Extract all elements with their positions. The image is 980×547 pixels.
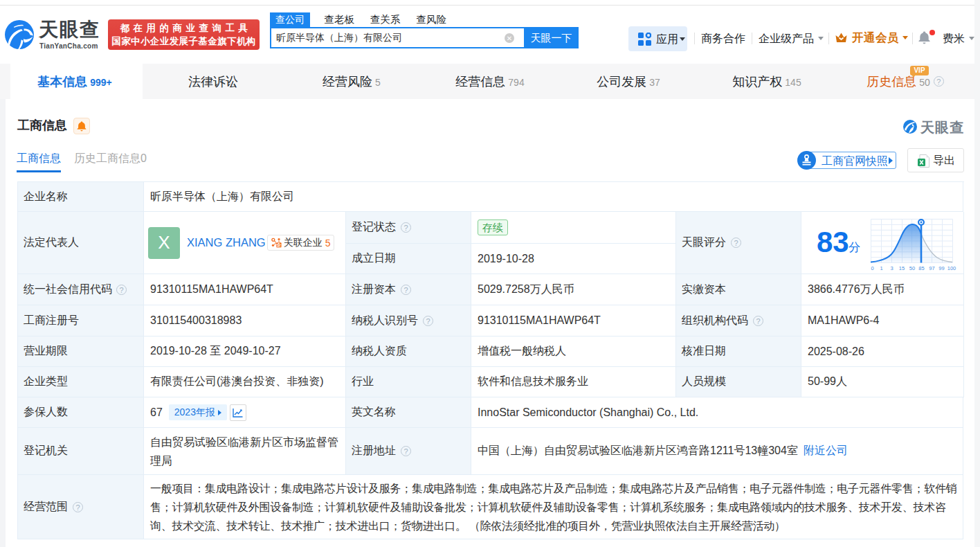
svg-text:50: 50 — [909, 265, 915, 271]
svg-text:85: 85 — [918, 265, 924, 271]
svg-text:企: 企 — [275, 242, 281, 247]
svg-text:1: 1 — [880, 265, 882, 271]
svg-text:3: 3 — [890, 265, 893, 271]
svg-text:99: 99 — [938, 265, 944, 271]
svg-text:0: 0 — [871, 265, 873, 271]
svg-text:97: 97 — [929, 265, 934, 271]
svg-text:100: 100 — [947, 265, 956, 271]
svg-text:15: 15 — [899, 265, 905, 271]
